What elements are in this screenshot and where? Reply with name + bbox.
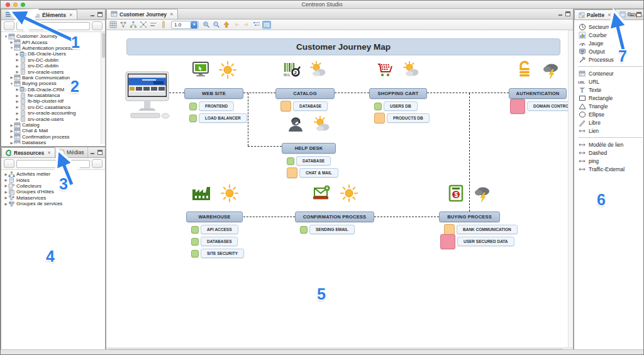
canvas-vertical-scrollbar[interactable] bbox=[568, 30, 573, 347]
node-header[interactable]: BUYING PROCESS bbox=[439, 211, 500, 222]
chevron-right-icon[interactable]: ▶ bbox=[4, 190, 8, 194]
maximize-panel-icon[interactable] bbox=[97, 12, 103, 17]
chevron-right-icon[interactable]: ▶ bbox=[4, 202, 8, 206]
tree-item[interactable]: ▶Confirmation process bbox=[3, 134, 105, 140]
palette-item-jauge[interactable]: Jauge bbox=[578, 39, 644, 47]
tree-item[interactable]: ▶DB-Oracle-Users bbox=[3, 51, 105, 57]
node-service-row[interactable]: DATABASE bbox=[287, 156, 336, 166]
node-service-row[interactable]: DATABASES bbox=[191, 237, 243, 246]
chevron-right-icon[interactable]: ▶ bbox=[15, 58, 19, 62]
tree-item[interactable]: ▶srv-DC-dublin bbox=[3, 57, 105, 63]
resources-tab-m-dias[interactable]: Médias bbox=[55, 147, 88, 157]
elements-tab--l-ments[interactable]: Éléments✕ bbox=[30, 9, 77, 20]
grid-icon[interactable] bbox=[109, 21, 118, 29]
arrow-up-icon[interactable] bbox=[222, 21, 231, 29]
tree-item[interactable]: ▶Catalog bbox=[3, 122, 105, 128]
node-service-row[interactable]: DOMAIN CONTROLER bbox=[514, 101, 567, 111]
arrow-back-icon[interactable] bbox=[232, 21, 241, 29]
node-header[interactable]: WEB SITE bbox=[184, 88, 243, 99]
minimize-window-icon[interactable] bbox=[13, 3, 18, 7]
chevron-down-icon[interactable]: ▼ bbox=[4, 35, 8, 38]
palette-item-triangle[interactable]: Triangle bbox=[578, 102, 644, 110]
chevron-right-icon[interactable]: ▶ bbox=[4, 184, 8, 188]
tree-item[interactable]: ▶srv-oracle-users bbox=[3, 69, 105, 74]
chevron-right-icon[interactable]: ▶ bbox=[4, 172, 8, 176]
chevron-right-icon[interactable]: ▶ bbox=[4, 196, 8, 200]
tree-item[interactable]: ▶srv-DC-casablanca bbox=[3, 104, 105, 110]
palette-item-ellipse[interactable]: Ellipse bbox=[578, 110, 644, 118]
node-help-desk[interactable]: HELP DESKDATABASECHAT & MAIL bbox=[282, 143, 336, 178]
palette-tab-palette[interactable]: Palette✕ bbox=[574, 9, 616, 20]
close-tab-icon[interactable]: ✕ bbox=[608, 13, 611, 18]
maximize-panel-icon[interactable] bbox=[636, 12, 641, 17]
chevron-right-icon[interactable]: ▶ bbox=[15, 94, 19, 98]
panel-buttons[interactable] bbox=[629, 12, 641, 17]
close-tab-icon[interactable]: ✕ bbox=[170, 12, 174, 17]
node-service-row[interactable]: SENDING EMAIL bbox=[300, 225, 374, 234]
tree-item[interactable]: ▶srv-oracle-accounting bbox=[3, 110, 105, 116]
zoom-level-select[interactable]: 1.0 ▼ bbox=[171, 21, 199, 29]
chevron-right-icon[interactable]: ▶ bbox=[9, 129, 14, 133]
editor-panel-buttons[interactable] bbox=[558, 11, 570, 16]
chevron-right-icon[interactable]: ▶ bbox=[15, 70, 19, 74]
maximize-panel-icon[interactable] bbox=[97, 150, 103, 155]
palette-item-libre[interactable]: Libre bbox=[578, 118, 644, 127]
palette-item-texte[interactable]: TTexte bbox=[578, 86, 644, 94]
node-authentication[interactable]: AUTHENTICATIONDOMAIN CONTROLER bbox=[509, 88, 567, 111]
chevron-right-icon[interactable]: ▶ bbox=[15, 105, 19, 109]
tree-item[interactable]: ▶lb-bip-cluster-idf bbox=[3, 98, 105, 104]
tree-item[interactable]: ▶Databases bbox=[3, 140, 105, 144]
node-service-row[interactable]: LOAD BALANCER bbox=[189, 113, 243, 123]
tree-item[interactable]: ▶Activités métier bbox=[3, 171, 105, 177]
tree-item[interactable]: ▼Customer Journey bbox=[3, 33, 105, 39]
tree-item[interactable]: ▶Groupes d'Hôtes bbox=[3, 189, 105, 194]
node-service-row[interactable]: BANK COMMUNICATION bbox=[444, 225, 500, 234]
chevron-right-icon[interactable]: ▶ bbox=[15, 99, 19, 103]
filter-lock-icon[interactable] bbox=[4, 21, 14, 30]
node-header[interactable]: HELP DESK bbox=[282, 143, 336, 154]
node-service-row[interactable]: PRODUCTS DB bbox=[374, 113, 427, 123]
node-service-row[interactable]: DATABASE bbox=[280, 101, 335, 111]
chevron-right-icon[interactable]: ▶ bbox=[9, 123, 14, 127]
layout-mesh-icon[interactable] bbox=[119, 21, 128, 29]
elements-tab-vues[interactable]: Vues bbox=[1, 9, 30, 20]
palette-item-conteneur[interactable]: Conteneur bbox=[578, 69, 644, 77]
resources-search-input[interactable] bbox=[16, 160, 90, 168]
chevron-down-icon[interactable]: ▼ bbox=[191, 21, 197, 28]
chevron-right-icon[interactable]: ▶ bbox=[15, 117, 19, 121]
search-icon[interactable] bbox=[92, 21, 103, 30]
palette-item-ping[interactable]: ping bbox=[578, 157, 644, 165]
chevron-right-icon[interactable]: ▶ bbox=[15, 52, 19, 56]
zoom-out-icon[interactable] bbox=[212, 21, 221, 29]
maximize-panel-icon[interactable] bbox=[565, 11, 570, 16]
palette-item-rectangle[interactable]: Rectangle bbox=[578, 94, 644, 102]
panel-buttons[interactable] bbox=[90, 150, 103, 155]
palette-item-processus[interactable]: Processus bbox=[578, 55, 644, 64]
tree-item[interactable]: ▶Metaservices bbox=[3, 195, 105, 201]
tree-item[interactable]: ▶Chat & Mail bbox=[3, 128, 105, 133]
chevron-right-icon[interactable]: ▶ bbox=[9, 76, 14, 79]
node-service-row[interactable]: USERS DB bbox=[374, 101, 427, 111]
chevron-down-icon[interactable]: ▼ bbox=[9, 46, 14, 50]
close-tab-icon[interactable]: ✕ bbox=[47, 150, 51, 155]
tree-item[interactable]: ▶fw-casablanca bbox=[3, 93, 105, 98]
close-tab-icon[interactable]: ✕ bbox=[69, 13, 73, 18]
minimize-panel-icon[interactable] bbox=[90, 12, 95, 17]
tree-item[interactable]: ▶Bank Communication bbox=[3, 75, 105, 81]
minimize-panel-icon[interactable] bbox=[558, 11, 563, 16]
properties-toggle-icon[interactable] bbox=[262, 21, 271, 29]
chevron-right-icon[interactable]: ▶ bbox=[15, 111, 19, 115]
tree-item[interactable]: ▶srv-oracle-users bbox=[3, 116, 105, 121]
close-window-icon[interactable] bbox=[6, 3, 10, 7]
chevron-right-icon[interactable]: ▶ bbox=[15, 64, 19, 68]
palette-item-lien[interactable]: Lien bbox=[578, 127, 644, 135]
elements-search-input[interactable] bbox=[16, 22, 90, 30]
chevron-right-icon[interactable]: ▶ bbox=[9, 40, 14, 44]
node-warehouse[interactable]: WAREHOUSEAPI ACCESSDATABASESSITE SECURIT… bbox=[186, 211, 243, 258]
node-service-row[interactable]: CHAT & MAIL bbox=[287, 168, 336, 178]
node-catalog[interactable]: 8012CATALOGDATABASE bbox=[275, 88, 335, 111]
palette-item-dashed[interactable]: Dashed bbox=[578, 149, 644, 157]
panel-buttons[interactable] bbox=[90, 12, 103, 17]
zoom-in-icon[interactable] bbox=[202, 21, 211, 29]
window-controls[interactable] bbox=[6, 3, 25, 7]
